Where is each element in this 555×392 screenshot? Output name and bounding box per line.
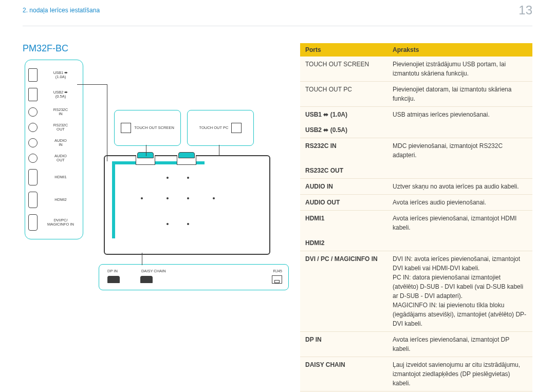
device-rear-view <box>104 155 270 255</box>
port-desc-cell <box>387 235 532 251</box>
port-name-cell: RS232C IN <box>300 138 387 163</box>
usb-port-icon <box>231 123 242 133</box>
port-row: USB1 ⬌ (1.0A) <box>28 68 80 82</box>
table-row: RS232C OUT <box>300 163 532 179</box>
port-label: DVI/PC/ MAGICINFO IN <box>42 218 80 227</box>
ports-table: Ports Apraksts TOUCH OUT SCREENPievienoj… <box>300 43 532 392</box>
port-row: HDMI1 <box>28 169 80 185</box>
port-desc-cell: DVI IN: avota ierīces pievienošanai, izm… <box>387 251 532 332</box>
leader-line <box>107 84 107 161</box>
port-row: AUDIO IN <box>28 138 80 147</box>
table-row: AUDIO INUztver skaņu no avota ierīces pa… <box>300 179 532 195</box>
port-shape-trap <box>28 214 38 231</box>
port-desc-cell <box>387 163 532 179</box>
port-label: RS232C OUT <box>42 123 80 132</box>
port-row: DVI/PC/ MAGICINFO IN <box>28 214 80 231</box>
port-row: RS232C IN <box>28 107 80 117</box>
port-label: HDMI1 <box>42 175 80 179</box>
table-row: AUDIO OUTAvota ierīces audio pievienošan… <box>300 195 532 211</box>
port-shape-circ <box>28 107 38 117</box>
top-connector-icon <box>177 155 196 165</box>
port-shape-circ <box>28 123 38 132</box>
port-desc-cell: Avota ierīces pievienošanai, izmantojot … <box>387 211 532 236</box>
port-desc-cell: Uztver skaņu no avota ierīces pa audio k… <box>387 179 532 195</box>
port-row: RS232C OUT <box>28 123 80 132</box>
port-desc-cell: Pievienojiet izstrādājumu USB portam, la… <box>387 57 532 82</box>
port-desc-cell <box>387 122 532 138</box>
leader-line <box>142 253 142 265</box>
port-shape-circ <box>28 154 38 163</box>
port-desc-cell: Pievienojiet datoram, lai izmantotu skār… <box>387 82 532 107</box>
port-desc-cell: Avota ierīces audio pievienošanai. <box>387 195 532 211</box>
port-name-cell: DAISY CHAIN <box>300 357 387 391</box>
page-content: PM32F-BC USB1 ⬌ (1.0A)USB2 ⬌ (0.5A)RS232… <box>23 43 532 392</box>
port-shape-usb <box>28 68 38 82</box>
model-title: PM32F-BC <box>23 43 280 54</box>
port-name-cell: DP IN <box>300 332 387 357</box>
top-connector-icon <box>136 155 155 165</box>
header-rule <box>23 26 532 26</box>
port-desc-cell: Ļauj izveidot savienojumu ar citu izstrā… <box>387 357 532 391</box>
touch-out-screen-box: TOUCH OUT SCREEN <box>114 110 181 146</box>
port-name-cell: RS232C OUT <box>300 163 387 179</box>
ports-panel: USB1 ⬌ (1.0A)USB2 ⬌ (0.5A)RS232C INRS232… <box>25 60 83 239</box>
port-name-cell: HDMI1 <box>300 211 387 236</box>
table-row: DVI / PC / MAGICINFO INDVI IN: avota ier… <box>300 251 532 332</box>
dp-in-label: DP IN <box>107 269 118 273</box>
port-name-cell: AUDIO OUT <box>300 195 387 211</box>
table-header-ports: Ports <box>300 43 387 57</box>
ports-table-wrap: Ports Apraksts TOUCH OUT SCREENPievienoj… <box>300 43 532 392</box>
touch-out-pc-label: TOUCH OUT PC <box>199 126 229 130</box>
usb-port-icon <box>121 123 131 133</box>
port-name-cell: AUDIO IN <box>300 179 387 195</box>
port-row: USB2 ⬌ (0.5A) <box>28 88 80 101</box>
port-shape-usb <box>28 88 38 101</box>
table-header-desc: Apraksts <box>387 43 532 57</box>
port-label: USB1 ⬌ (1.0A) <box>42 71 80 80</box>
port-label: USB2 ⬌ (0.5A) <box>42 90 80 99</box>
table-row: TOUCH OUT SCREENPievienojiet izstrādājum… <box>300 57 532 82</box>
rj45-label: RJ45 <box>273 269 282 273</box>
port-label: RS232C IN <box>42 108 80 117</box>
touch-out-screen-label: TOUCH OUT SCREEN <box>134 126 174 130</box>
port-name-cell: TOUCH OUT PC <box>300 82 387 107</box>
port-shape-circ <box>28 138 38 147</box>
port-desc-cell: Avota ierīces pievienošanai, izmantojot … <box>387 332 532 357</box>
table-row: DAISY CHAINĻauj izveidot savienojumu ar … <box>300 357 532 391</box>
bottom-ports-box: DP IN DAISY CHAIN RJ45 <box>99 264 289 290</box>
dp-port-icon <box>107 276 120 283</box>
table-row: USB1 ⬌ (1.0A)USB atmiņas ierīces pievien… <box>300 107 532 123</box>
port-label: AUDIO IN <box>42 139 80 147</box>
leader-line <box>219 145 219 156</box>
daisy-chain-label: DAISY CHAIN <box>141 269 166 273</box>
chapter-title: 2. nodaļa Ierīces iestatīšana <box>23 7 100 14</box>
port-row: HDMI2 <box>28 192 80 208</box>
leader-line <box>146 145 146 156</box>
highlight-bar <box>112 161 115 238</box>
port-name-cell: DVI / PC / MAGICINFO IN <box>300 251 387 332</box>
table-row: USB2 ⬌ (0.5A) <box>300 122 532 138</box>
page-header: 2. nodaļa Ierīces iestatīšana 13 <box>0 0 555 21</box>
diagram-area: PM32F-BC USB1 ⬌ (1.0A)USB2 ⬌ (0.5A)RS232… <box>23 43 280 392</box>
touch-out-pc-box: TOUCH OUT PC <box>187 110 254 146</box>
leader-line <box>77 84 107 85</box>
table-row: RS232C INMDC pievienošanai, izmantojot R… <box>300 138 532 163</box>
port-label: HDMI2 <box>42 198 80 202</box>
port-name-cell: USB1 ⬌ (1.0A) <box>300 107 387 123</box>
port-row: AUDIO OUT <box>28 154 80 163</box>
port-name-cell: TOUCH OUT SCREEN <box>300 57 387 82</box>
table-row: HDMI2 <box>300 235 532 251</box>
page-number: 13 <box>519 3 532 17</box>
port-name-cell: HDMI2 <box>300 235 387 251</box>
table-row: HDMI1Avota ierīces pievienošanai, izmant… <box>300 211 532 236</box>
rj45-port-icon <box>272 275 282 284</box>
dp-port-icon <box>140 276 153 283</box>
port-desc-cell: MDC pievienošanai, izmantojot RS232C ada… <box>387 138 532 163</box>
table-row: TOUCH OUT PCPievienojiet datoram, lai iz… <box>300 82 532 107</box>
port-shape-trap <box>28 192 38 208</box>
port-label: AUDIO OUT <box>42 154 80 163</box>
port-name-cell: USB2 ⬌ (0.5A) <box>300 122 387 138</box>
port-desc-cell: USB atmiņas ierīces pievienošanai. <box>387 107 532 123</box>
port-shape-trap <box>28 169 38 185</box>
table-row: DP INAvota ierīces pievienošanai, izmant… <box>300 332 532 357</box>
